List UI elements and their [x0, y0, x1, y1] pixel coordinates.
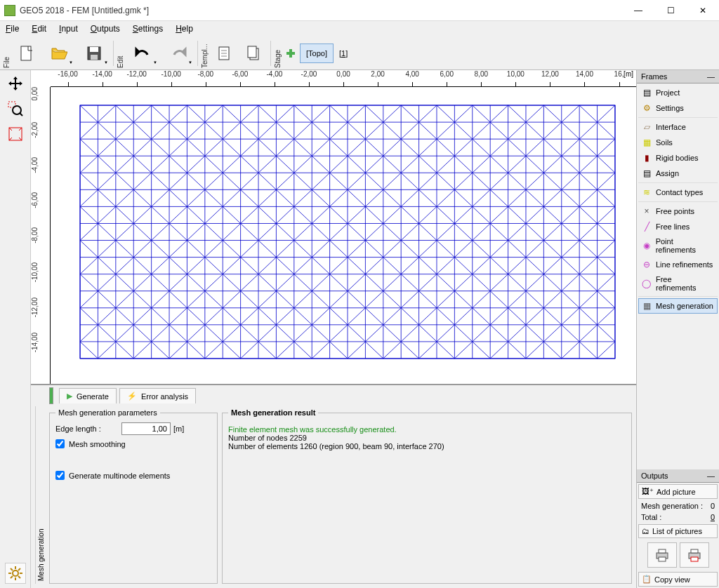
dropdown-icon: ▼ — [188, 60, 192, 65]
folder-open-icon — [51, 45, 67, 62]
frame-item-project[interactable]: ▤Project — [638, 85, 718, 100]
stage-topo-button[interactable]: [Topo] — [300, 44, 334, 63]
generate-tab[interactable]: ▶ Generate — [59, 388, 117, 403]
print-button[interactable] — [647, 542, 677, 568]
panel-vertical-label: Mesh generation — [35, 406, 46, 584]
list-pictures-button[interactable]: 🗂 List of pictures — [638, 524, 718, 538]
edge-length-label: Edge length : — [55, 425, 119, 433]
ruler-tick: 12,00 — [533, 70, 567, 87]
menubar: File Edit Input Outputs Settings Help — [0, 21, 719, 36]
ruler-tick: -10,00 — [154, 70, 188, 87]
frame-item-interface[interactable]: ▱Interface — [638, 119, 718, 135]
topo-label: [Topo] — [306, 49, 327, 58]
outputs-header: Outputs — — [637, 469, 719, 483]
save-icon — [86, 45, 103, 62]
svg-rect-19 — [659, 549, 666, 553]
ruler-vtick: -8,00 — [31, 227, 50, 243]
add-stage-button[interactable] — [284, 40, 296, 67]
frame-item-contact-types[interactable]: ≋Contact types — [638, 185, 718, 200]
bottom-panel: Mesh generation ▶ Generate ⚡ Error analy… — [31, 385, 636, 588]
frame-item-settings[interactable]: ⚙Settings — [638, 100, 718, 116]
frame-label: Soils — [656, 138, 673, 147]
template-button[interactable] — [211, 40, 238, 67]
result-success-text: Finite element mesh was successfully gen… — [228, 425, 626, 434]
total-count-value: 0 — [711, 513, 715, 521]
canvas-area[interactable]: -16,00-14,00-12,00-10,00-8,00-6,00-4,00-… — [31, 70, 636, 385]
edge-length-unit: [m] — [173, 425, 184, 433]
result-nodes-text: Number of nodes 2259 — [228, 434, 626, 442]
frame-label: Project — [656, 88, 680, 97]
save-file-button[interactable]: ▼ — [78, 40, 110, 67]
frame-item-assign[interactable]: ▤Assign — [638, 166, 718, 181]
frame-item-free-points[interactable]: ×Free points — [638, 203, 718, 219]
frame-icon: ▮ — [642, 153, 652, 163]
frame-item-line-refinements[interactable]: ⊖Line refinements — [638, 257, 718, 272]
svg-rect-2 — [90, 47, 98, 52]
copy-icon: 📋 — [642, 575, 652, 584]
stage-1-button[interactable]: [1] — [336, 46, 350, 60]
redo-button[interactable]: ▼ — [162, 40, 194, 67]
ruler-tick: -8,00 — [188, 70, 223, 87]
frame-icon: ⚙ — [642, 103, 652, 113]
multinode-checkbox[interactable]: Generate multinode elements — [55, 471, 211, 480]
print-preview-button[interactable] — [680, 542, 709, 568]
toolbar-file-label: File — [1, 37, 12, 69]
frame-icon: ⊖ — [642, 260, 652, 269]
frame-item-rigid-bodies[interactable]: ▮Rigid bodies — [638, 150, 718, 166]
close-button[interactable]: ✕ — [687, 0, 719, 21]
svg-rect-20 — [659, 557, 666, 561]
maximize-button[interactable]: ☐ — [654, 0, 687, 21]
fit-tool-button[interactable] — [5, 123, 26, 145]
frame-item-free-refinements[interactable]: ◯Free refinements — [638, 272, 718, 295]
menu-outputs[interactable]: Outputs — [88, 22, 123, 35]
add-picture-icon: 🖼⁺ — [642, 487, 654, 496]
play-icon: ▶ — [67, 392, 72, 401]
zoom-tool-button[interactable] — [5, 98, 26, 119]
menu-edit[interactable]: Edit — [29, 22, 49, 35]
svg-rect-9 — [248, 46, 256, 58]
menu-input[interactable]: Input — [56, 22, 81, 35]
mg-count-value: 0 — [711, 502, 715, 510]
fit-view-icon — [7, 126, 24, 142]
list-icon: 🗂 — [642, 527, 649, 535]
frame-item-mesh-generation[interactable]: ▦Mesh generation — [638, 298, 718, 314]
error-analysis-tab[interactable]: ⚡ Error analysis — [119, 388, 196, 403]
result-legend: Mesh generation result — [228, 408, 318, 417]
mesh-smoothing-checkbox[interactable]: Mesh smoothing — [55, 439, 211, 448]
frame-label: Free refinements — [656, 275, 714, 292]
menu-help[interactable]: Help — [173, 22, 196, 35]
toolbar-edit-label: Edit — [115, 37, 126, 69]
add-picture-button[interactable]: 🖼⁺ Add picture — [638, 484, 718, 499]
minimize-button[interactable]: — — [622, 0, 654, 21]
lightning-icon: ⚡ — [127, 392, 137, 401]
toolbar-stage-label: Stage — [272, 37, 283, 69]
frame-label: Mesh generation — [656, 302, 713, 310]
new-file-button[interactable] — [13, 40, 40, 67]
frame-item-point-refinements[interactable]: ◉Point refinements — [638, 234, 718, 257]
copy-view-button[interactable]: 📋 Copy view — [638, 572, 718, 587]
gear-icon — [7, 565, 24, 582]
dropdown-icon: ▼ — [104, 60, 108, 65]
undo-icon — [135, 45, 152, 62]
frame-icon: ▦ — [642, 301, 652, 311]
settings-gear-button[interactable] — [5, 563, 26, 584]
mesh-graphic — [66, 91, 629, 373]
ruler-tick: -12,00 — [119, 70, 154, 87]
dropdown-icon: ▼ — [69, 60, 73, 65]
copy-template-button[interactable] — [241, 40, 268, 67]
pan-tool-button[interactable] — [5, 73, 26, 94]
frame-item-free-lines[interactable]: ╱Free lines — [638, 219, 718, 234]
menu-settings[interactable]: Settings — [130, 22, 166, 35]
total-label: Total : — [641, 513, 661, 521]
edge-length-input[interactable] — [121, 422, 171, 435]
frame-item-soils[interactable]: ▦Soils — [638, 135, 718, 150]
menu-file[interactable]: File — [3, 22, 22, 35]
undo-button[interactable]: ▼ — [127, 40, 159, 67]
frame-label: Settings — [656, 104, 684, 112]
ruler-tick: 2,00 — [361, 70, 395, 87]
collapse-icon[interactable]: — — [707, 472, 715, 480]
ruler-tick: 8,00 — [464, 70, 499, 87]
collapse-icon[interactable]: — — [707, 72, 715, 81]
open-file-button[interactable]: ▼ — [43, 40, 75, 67]
printer-preview-icon — [686, 547, 703, 563]
